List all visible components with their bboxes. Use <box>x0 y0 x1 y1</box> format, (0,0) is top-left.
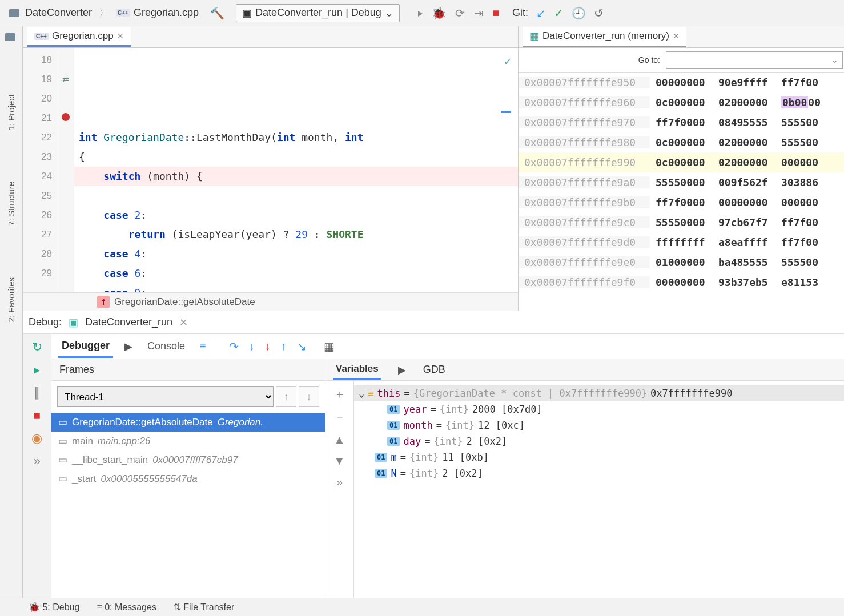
more-icon[interactable]: » <box>33 454 40 469</box>
frame-item[interactable]: ▭ main main.cpp:26 <box>51 432 325 450</box>
goto-input[interactable] <box>666 51 843 69</box>
stripe-structure[interactable]: 7: Structure <box>6 182 16 226</box>
var-year[interactable]: 01 year = {int} 2000 [0x7d0] <box>359 401 839 417</box>
chevron-down-icon[interactable]: ⌄ <box>831 55 838 65</box>
coverage-icon[interactable]: ⟳ <box>455 6 465 20</box>
main-area: C++ Gregorian.cpp ✕ 18192021222324252627… <box>23 26 844 598</box>
git-commit-icon[interactable]: ✓ <box>554 6 564 20</box>
check-icon: ✓ <box>504 51 511 71</box>
frames-vars: Frames Thread-1 ↑ ↓ ▭ GregorianDate::get… <box>51 359 844 598</box>
rerun-icon[interactable]: ↻ <box>32 340 42 355</box>
stop-icon[interactable]: ■ <box>493 6 500 19</box>
memory-row[interactable]: 0x00007fffffffe9b0ff7f000000000000000000 <box>519 192 844 212</box>
status-messages[interactable]: ≡ 0: Messages <box>97 602 156 613</box>
function-icon: f <box>97 296 110 308</box>
close-icon[interactable]: ✕ <box>179 316 188 329</box>
git-revert-icon[interactable]: ↺ <box>594 6 604 20</box>
layout-icon[interactable]: ≡ <box>200 340 206 352</box>
debug-config[interactable]: DateConverter_run <box>85 316 172 328</box>
debug-tab-row: Debugger ▶ Console ≡ ↷ ↓ ↓ ↑ ↘ ▦ <box>51 334 844 359</box>
var-n[interactable]: 01 N = {int} 2 [0x2] <box>359 465 839 481</box>
tab-console[interactable]: Console <box>144 336 188 357</box>
breadcrumb: DateConverter 〉 C++Gregorian.cpp <box>5 5 203 21</box>
memory-row[interactable]: 0x00007fffffffe9800c00000002000000555500 <box>519 132 844 152</box>
resume-icon[interactable]: ▸ <box>34 363 40 377</box>
step-over-icon[interactable]: ↷ <box>229 340 239 353</box>
frame-item[interactable]: ▭ _start 0x00005555555547da <box>51 469 325 488</box>
expand-icon[interactable]: ⌄ <box>359 388 364 399</box>
memory-row[interactable]: 0x00007fffffffe9c05555000097cb67f7ff7f00 <box>519 212 844 232</box>
pause-icon[interactable]: ∥ <box>34 385 40 400</box>
run-icon[interactable] <box>418 6 423 19</box>
frame-item[interactable]: ▭ GregorianDate::getAbsoluteDate Gregori… <box>51 413 325 432</box>
build-icon[interactable]: 🔨 <box>210 6 224 20</box>
breakpoint-icon[interactable] <box>62 113 70 121</box>
status-debug[interactable]: 🐞 5: Debug <box>29 602 79 613</box>
frame-down-icon[interactable]: ↓ <box>299 386 319 407</box>
goto-row: Go to: ⌄ <box>519 48 844 73</box>
run-target-icon: ▣ <box>69 316 78 329</box>
frame-up-icon[interactable]: ↑ <box>276 386 296 407</box>
add-watch-icon[interactable]: ＋ <box>334 386 345 402</box>
step-into-icon[interactable]: ↓ <box>249 340 255 353</box>
profile-icon[interactable]: ⇥ <box>474 6 484 20</box>
var-month[interactable]: 01 month = {int} 12 [0xc] <box>359 417 839 433</box>
memory-row[interactable]: 0x00007fffffffe9e001000000ba485555555500 <box>519 252 844 272</box>
memory-table[interactable]: 0x00007fffffffe9500000000090e9ffffff7f00… <box>519 73 844 311</box>
debug-label: Debug: <box>29 316 62 328</box>
memory-row[interactable]: 0x00007fffffffe9500000000090e9ffffff7f00 <box>519 73 844 92</box>
frame-icon: ▭ <box>58 416 67 428</box>
tab-variables[interactable]: Variables <box>333 360 381 380</box>
git-history-icon[interactable]: 🕘 <box>572 6 586 20</box>
thread-dropdown[interactable]: Thread-1 <box>57 386 274 407</box>
var-day[interactable]: 01 day = {int} 2 [0x2] <box>359 433 839 449</box>
memory-row[interactable]: 0x00007fffffffe970ff7f000008495555555500 <box>519 112 844 132</box>
memory-row[interactable]: 0x00007fffffffe9a055550000009f562f303886 <box>519 172 844 192</box>
stripe-favorites[interactable]: 2: Favorites <box>6 277 16 322</box>
down-icon[interactable]: ▼ <box>334 454 345 468</box>
breakpoints-icon[interactable]: ◉ <box>31 431 42 446</box>
memory-icon: ▦ <box>530 30 539 42</box>
run-to-cursor-icon[interactable]: ↘ <box>297 340 307 353</box>
run-config-dropdown[interactable]: ▣ DateConverter_run | Debug ⌄ <box>236 4 400 22</box>
step-out-icon[interactable]: ↑ <box>281 340 287 353</box>
memory-row[interactable]: 0x00007fffffffe9d0ffffffffa8eaffffff7f00 <box>519 232 844 252</box>
up-icon[interactable]: ▲ <box>334 433 345 446</box>
frame-item[interactable]: ▭ __libc_start_main 0x00007ffff767cb97 <box>51 450 325 469</box>
breadcrumb-project[interactable]: DateConverter <box>5 5 97 21</box>
stripe-project[interactable]: 1: Project <box>6 94 16 130</box>
code-area[interactable]: 181920212223242526272829 ⇄ ✓ int Gregori… <box>23 48 518 292</box>
var-m[interactable]: 01 m = {int} 11 [0xb] <box>359 449 839 465</box>
code-breadcrumb[interactable]: f GregorianDate::getAbsoluteDate <box>23 292 518 311</box>
line-gutter: 181920212223242526272829 <box>23 48 57 292</box>
code-text[interactable]: ✓ int GregorianDate::LastMonthDay(int mo… <box>74 48 518 292</box>
memory-row[interactable]: 0x00007fffffffe9900c00000002000000000000 <box>519 152 844 172</box>
code-editor-pane: C++ Gregorian.cpp ✕ 18192021222324252627… <box>23 26 519 311</box>
force-step-icon[interactable]: ↓ <box>265 340 271 353</box>
tab-debugger[interactable]: Debugger <box>58 335 113 358</box>
editor-tab[interactable]: C++ Gregorian.cpp ✕ <box>27 27 131 47</box>
frame-list[interactable]: ▭ GregorianDate::getAbsoluteDate Gregori… <box>51 413 325 598</box>
int-icon: 01 <box>387 437 400 446</box>
run-target-icon: ▣ <box>242 7 252 19</box>
tab-gdb[interactable]: GDB <box>423 364 445 376</box>
var-tree[interactable]: ⌄ ≡ this = {GregorianDate * const | 0x7f… <box>354 381 844 598</box>
vars-tools: ＋ － ▲ ▼ » <box>325 381 354 598</box>
stop-icon[interactable]: ■ <box>33 408 41 423</box>
var-this[interactable]: ⌄ ≡ this = {GregorianDate * const | 0x7f… <box>354 385 844 401</box>
git-pull-icon[interactable]: ↙ <box>536 6 546 20</box>
more-icon[interactable]: » <box>336 476 343 489</box>
close-icon[interactable]: ✕ <box>673 31 680 41</box>
memory-row[interactable]: 0x00007fffffffe9f00000000093b37eb5e81153 <box>519 272 844 292</box>
memory-tab[interactable]: ▦ DateConverter_run (memory) ✕ <box>523 27 686 47</box>
evaluate-icon[interactable]: ▦ <box>324 340 335 353</box>
remove-watch-icon[interactable]: － <box>334 410 345 425</box>
debug-header: Debug: ▣ DateConverter_run ✕ <box>23 311 844 334</box>
close-icon[interactable]: ✕ <box>117 31 124 41</box>
status-file-transfer[interactable]: ⇅ File Transfer <box>174 602 234 613</box>
breadcrumb-file[interactable]: C++Gregorian.cpp <box>111 5 203 21</box>
debug-icon[interactable]: 🐞 <box>432 6 446 20</box>
project-tool-icon[interactable] <box>5 33 18 43</box>
memory-row[interactable]: 0x00007fffffffe9600c000000020000000b0000 <box>519 92 844 112</box>
goto-label: Go to: <box>638 55 660 65</box>
